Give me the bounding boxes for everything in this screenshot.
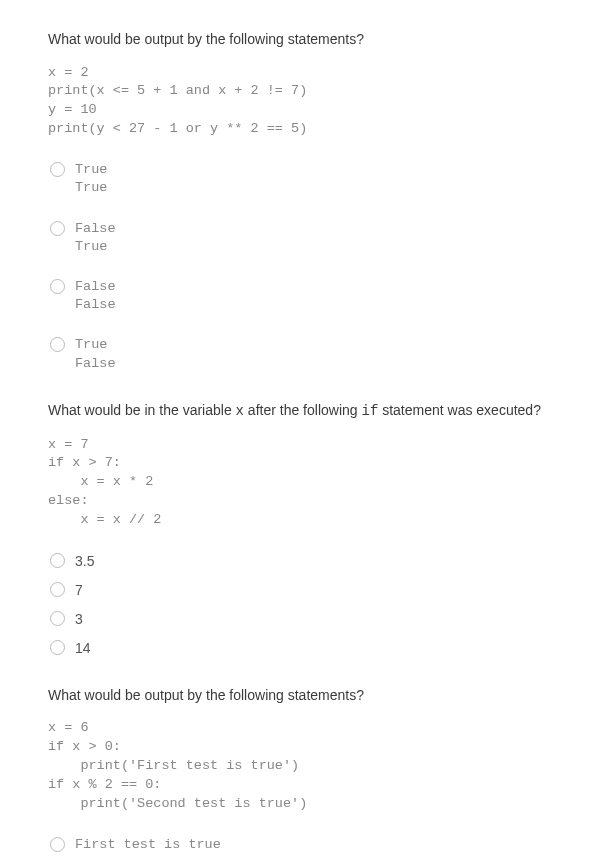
- option-label: 7: [75, 581, 83, 600]
- radio-icon[interactable]: [50, 221, 65, 236]
- radio-icon[interactable]: [50, 279, 65, 294]
- prompt-text: after the following: [244, 402, 362, 418]
- question-1-prompt: What would be output by the following st…: [48, 30, 558, 50]
- question-2-option-0[interactable]: 3.5: [50, 552, 558, 571]
- option-label: True True: [75, 161, 107, 197]
- question-2-prompt: What would be in the variable x after th…: [48, 401, 558, 422]
- prompt-code-inline: if: [361, 403, 378, 419]
- question-3: What would be output by the following st…: [48, 686, 558, 865]
- option-label: False False: [75, 278, 116, 314]
- radio-icon[interactable]: [50, 611, 65, 626]
- question-1-option-1[interactable]: False True: [50, 220, 558, 256]
- prompt-text: What would be in the variable: [48, 402, 236, 418]
- option-label: 3: [75, 610, 83, 629]
- radio-icon[interactable]: [50, 553, 65, 568]
- question-3-code: x = 6 if x > 0: print('First test is tru…: [48, 719, 558, 813]
- question-1-code: x = 2 print(x <= 5 + 1 and x + 2 != 7) y…: [48, 64, 558, 140]
- question-1: What would be output by the following st…: [48, 30, 558, 373]
- radio-icon[interactable]: [50, 162, 65, 177]
- question-2-option-3[interactable]: 14: [50, 639, 558, 658]
- radio-icon[interactable]: [50, 837, 65, 852]
- question-1-options: True True False True False False True Fa…: [50, 161, 558, 373]
- question-2-code: x = 7 if x > 7: x = x * 2 else: x = x //…: [48, 436, 558, 530]
- option-label: True False: [75, 336, 116, 372]
- option-label: First test is true: [75, 836, 221, 854]
- question-2-options: 3.5 7 3 14: [50, 552, 558, 658]
- question-1-option-3[interactable]: True False: [50, 336, 558, 372]
- question-3-options: First test is true First test is true Se…: [50, 836, 558, 865]
- option-label: False True: [75, 220, 116, 256]
- question-1-option-0[interactable]: True True: [50, 161, 558, 197]
- radio-icon[interactable]: [50, 582, 65, 597]
- radio-icon[interactable]: [50, 337, 65, 352]
- option-label: 3.5: [75, 552, 94, 571]
- question-2-option-1[interactable]: 7: [50, 581, 558, 600]
- radio-icon[interactable]: [50, 640, 65, 655]
- question-1-option-2[interactable]: False False: [50, 278, 558, 314]
- prompt-text: statement was executed?: [378, 402, 541, 418]
- question-2-option-2[interactable]: 3: [50, 610, 558, 629]
- question-2: What would be in the variable x after th…: [48, 401, 558, 658]
- option-label: 14: [75, 639, 91, 658]
- question-3-option-0[interactable]: First test is true: [50, 836, 558, 854]
- prompt-code-inline: x: [236, 403, 244, 419]
- question-3-prompt: What would be output by the following st…: [48, 686, 558, 706]
